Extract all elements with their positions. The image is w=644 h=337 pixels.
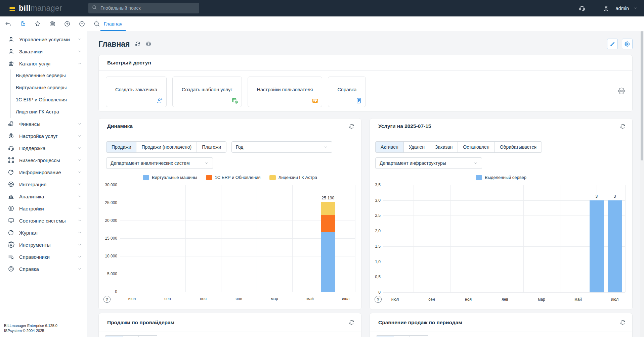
sidebar-item-tools[interactable]: Инструменты — [0, 239, 87, 251]
chevron-down-icon — [78, 37, 82, 41]
sidebar-subitem[interactable]: Виртуальные серверы — [11, 82, 87, 94]
tab-glavnaya[interactable]: Главная — [99, 16, 127, 31]
bar-segment[interactable] — [608, 200, 622, 292]
chevron-down-icon — [78, 134, 82, 138]
sidebar-menu: Управление услугамиЗаказчикиКаталог услу… — [0, 31, 87, 275]
dashboard-settings-button[interactable] — [622, 39, 633, 49]
billmanager-logo[interactable]: billmanager — [9, 0, 62, 16]
refresh-icon[interactable] — [620, 124, 626, 129]
global-search-input[interactable] — [100, 5, 196, 11]
chevron-down-icon[interactable] — [634, 6, 637, 10]
legend-label: Виртуальные машины — [152, 175, 197, 180]
star-icon[interactable] — [34, 20, 42, 28]
sidebar-subitem[interactable]: Лицензии ГК Астра — [11, 106, 87, 118]
gridline — [120, 292, 355, 292]
sidebar-item-settings[interactable]: Настройки — [0, 202, 87, 214]
sidebar-item-finance[interactable]: Финансы — [0, 118, 87, 130]
tab[interactable] — [123, 335, 139, 337]
quick-access-button[interactable]: Справка — [328, 77, 366, 107]
bar-segment[interactable] — [321, 232, 335, 292]
sidebar-item-help[interactable]: Справка — [0, 263, 87, 275]
quick-access-button[interactable]: Настройки пользователя — [248, 77, 323, 107]
x-axis-label: июл — [384, 297, 406, 302]
support-headset-icon[interactable] — [578, 4, 586, 12]
sidebar-item-directories[interactable]: Справочники — [0, 251, 87, 263]
quick-access-button[interactable]: Создать заказчика — [106, 77, 167, 107]
zoom-out-icon[interactable] — [78, 20, 86, 28]
services-tab[interactable]: Активен — [375, 141, 404, 153]
sidebar-item-system-status[interactable]: Состояние системы — [0, 214, 87, 227]
help-button[interactable]: ? — [103, 296, 111, 303]
services-tab[interactable]: Остановлен — [458, 141, 495, 153]
dynamics-tab[interactable]: Платежи — [197, 141, 226, 153]
refresh-icon[interactable] — [349, 320, 354, 325]
providers-tabs — [106, 335, 157, 337]
billmanager-app: billmanager admin Главная Управление усл… — [0, 0, 644, 337]
sidebar-item-journal[interactable]: Журнал — [0, 227, 87, 239]
y-axis-label: 20 000 — [100, 218, 117, 223]
bar-segment[interactable] — [321, 215, 335, 232]
zoom-in-icon[interactable] — [63, 20, 71, 28]
user-menu[interactable]: admin — [616, 6, 629, 11]
gridline — [383, 277, 625, 277]
gridline — [383, 215, 625, 216]
integration-icon — [7, 181, 15, 188]
services-tab[interactable]: Обрабатывается — [495, 141, 542, 153]
dynamics-tab[interactable]: Продажи (неоплачено) — [136, 141, 197, 153]
tab[interactable] — [377, 335, 394, 337]
sidebar-item-customers[interactable]: Заказчики — [0, 45, 87, 57]
quick-access-button[interactable]: Создать шаблон услуг — [172, 77, 242, 107]
sidebar-item-integration[interactable]: Интеграция — [0, 178, 87, 190]
sidebar-subitem[interactable]: 1C ERP и Обновления — [11, 94, 87, 106]
refresh-icon[interactable] — [620, 320, 626, 325]
tab[interactable] — [410, 335, 428, 337]
scrollbar-thumb[interactable] — [641, 31, 643, 160]
dynamics-title: Динамика — [107, 123, 133, 129]
globe-icon[interactable] — [145, 41, 152, 47]
refresh-icon[interactable] — [135, 41, 141, 47]
quick-access-label: Создать заказчика — [115, 87, 157, 107]
sidebar-item-support[interactable]: Поддержка — [0, 142, 87, 154]
tab[interactable] — [394, 335, 410, 337]
back-icon[interactable] — [4, 20, 12, 28]
sidebar-item-analytics[interactable]: Аналитика — [0, 190, 87, 202]
sidebar-footer: BILLmanager Enterprise 6.125.0 ISPsystem… — [4, 323, 57, 333]
gridline — [383, 292, 625, 293]
tab[interactable] — [105, 335, 123, 337]
dynamics-department-select[interactable]: Департамент аналитических систем — [106, 157, 213, 169]
global-search[interactable] — [88, 3, 199, 13]
x-axis-label: июл — [335, 296, 356, 301]
services-tab[interactable]: Заказан — [430, 141, 458, 153]
sidebar-item-business-processes[interactable]: Бизнес-процессы — [0, 154, 87, 166]
sidebar-item-service-setup[interactable]: Настройка услуг — [0, 130, 87, 142]
bar-segment[interactable] — [321, 202, 335, 215]
period-select[interactable]: Год — [231, 141, 332, 153]
main-content: Главная Быстрый доступ Создать заказчика… — [87, 31, 644, 337]
sidebar-item-informing[interactable]: Информирование — [0, 166, 87, 178]
sidebar-item-label: Бизнес-процессы — [19, 157, 78, 163]
edit-dashboard-button[interactable] — [607, 39, 618, 49]
quick-access-label: Создать шаблон услуг — [182, 87, 232, 107]
x-axis-label: июл — [604, 297, 626, 302]
help-button[interactable]: ? — [375, 296, 382, 303]
chevron-down-icon — [78, 243, 82, 247]
sidebar-item-label: Справка — [19, 266, 78, 272]
sidebar-item-service-management[interactable]: Управление услугами — [0, 33, 87, 45]
tab[interactable] — [138, 335, 157, 337]
gear-icon[interactable] — [618, 88, 625, 94]
tree-view-icon[interactable] — [19, 20, 27, 28]
sidebar-submenu-product-catalog: Выделенные серверыВиртуальные серверы1C … — [10, 69, 87, 118]
gridline — [450, 185, 450, 292]
sidebar-subitem[interactable]: Выделенные серверы — [11, 69, 87, 82]
refresh-icon[interactable] — [349, 124, 354, 129]
sidebar: Управление услугамиЗаказчикиКаталог услу… — [0, 31, 87, 337]
y-axis-label: 15 000 — [100, 236, 117, 241]
dynamics-tab[interactable]: Продажи — [106, 141, 136, 153]
vertical-scrollbar[interactable] — [640, 31, 644, 337]
tasks-icon[interactable] — [48, 20, 56, 28]
services-department-select[interactable]: Департамент инфраструктуры — [375, 157, 482, 169]
gridline — [257, 185, 257, 292]
bar-segment[interactable] — [590, 200, 604, 292]
sidebar-item-product-catalog[interactable]: Каталог услуг — [0, 57, 87, 69]
services-tab[interactable]: Удален — [403, 141, 430, 153]
